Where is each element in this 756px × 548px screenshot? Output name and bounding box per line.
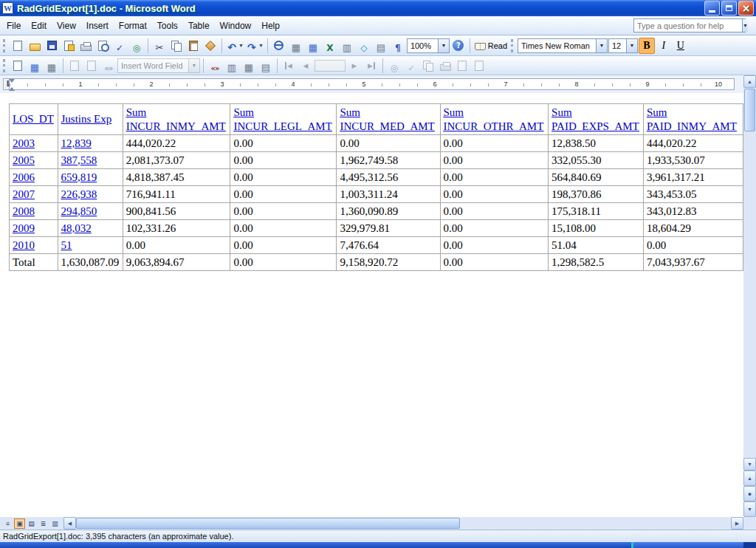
horizontal-scroll-track[interactable] <box>460 517 731 530</box>
menu-table[interactable]: Table <box>183 17 215 35</box>
undo-button[interactable]: ▼ <box>225 38 244 54</box>
merge-to-new-document-button[interactable] <box>420 58 436 74</box>
menu-window[interactable]: Window <box>215 17 257 35</box>
help-button[interactable]: ? <box>450 38 467 54</box>
exp-link[interactable]: 226,938 <box>61 188 97 200</box>
insert-hyperlink-button[interactable] <box>271 38 287 54</box>
columns-button[interactable] <box>339 38 355 54</box>
save-button[interactable] <box>44 38 60 54</box>
insert-merge-fields-button[interactable] <box>100 58 117 74</box>
new-document-button[interactable] <box>10 38 26 54</box>
show-hide-button[interactable] <box>390 38 406 54</box>
exp-link[interactable]: 12,839 <box>61 137 92 149</box>
menu-help[interactable]: Help <box>256 17 285 35</box>
open-button[interactable] <box>27 38 43 54</box>
insert-address-block-button[interactable] <box>66 58 83 74</box>
year-link[interactable]: 2008 <box>13 205 35 217</box>
exp-link[interactable]: 48,032 <box>61 222 92 234</box>
zoom-combo[interactable]: 100% ▼ <box>407 38 450 53</box>
year-link[interactable]: 2006 <box>13 171 35 183</box>
header-link-sum[interactable]: SumPAID_INMY_AMT <box>647 106 740 134</box>
close-button[interactable]: × <box>738 1 754 16</box>
find-entry-button[interactable] <box>386 58 402 74</box>
redo-button[interactable]: ▼ <box>245 38 264 54</box>
header-link-sum[interactable]: SumINCUR_INMY_AMT <box>126 106 227 134</box>
taskbar[interactable] <box>0 542 756 548</box>
taskbar-tray-segment[interactable] <box>631 542 743 548</box>
horizontal-ruler[interactable]: 1 2 3 4 5 6 7 8 9 10 <box>9 78 735 90</box>
header-link-sum[interactable]: SumPAID_EXPS_AMT <box>551 106 640 134</box>
menu-view[interactable]: View <box>52 17 81 35</box>
year-link[interactable]: 2009 <box>13 222 35 234</box>
highlight-merge-fields-button[interactable] <box>224 58 240 74</box>
reading-layout-button[interactable]: ▥ <box>49 518 61 529</box>
scroll-left-button[interactable]: ◀ <box>63 517 76 530</box>
menu-edit[interactable]: Edit <box>26 17 52 35</box>
underline-button[interactable]: U <box>673 38 689 54</box>
year-link[interactable]: 2007 <box>13 188 35 200</box>
copy-button[interactable] <box>168 38 185 54</box>
normal-view-button[interactable]: ≡ <box>2 518 13 529</box>
match-fields-button[interactable] <box>241 58 257 74</box>
insert-table-button[interactable] <box>305 38 321 54</box>
exp-link[interactable]: 51 <box>61 239 72 251</box>
exp-link[interactable]: 294,850 <box>61 205 97 217</box>
year-link[interactable]: 2003 <box>13 137 35 149</box>
font-size-combo[interactable]: 12 ▼ <box>608 38 638 53</box>
propagate-labels-button[interactable] <box>258 58 274 74</box>
insert-word-field-dropdown[interactable]: Insert Word Field ▼ <box>117 58 200 73</box>
bold-button[interactable]: B <box>639 38 655 54</box>
chevron-down-icon[interactable]: ▼ <box>626 39 637 52</box>
vertical-scrollbar[interactable]: ▲ ▼ ▲ ● ▼ <box>743 75 756 517</box>
first-record-button[interactable]: ◀ <box>281 58 297 74</box>
research-button[interactable] <box>128 38 145 54</box>
header-link-los-dt[interactable]: LOS_DT <box>13 113 54 125</box>
document-area[interactable]: LOS_DT Justins Exp SumINCUR_INMY_AMT Sum… <box>0 93 743 517</box>
header-link-sum[interactable]: SumINCUR_MED_AMT <box>340 106 436 134</box>
chevron-down-icon[interactable]: ▼ <box>742 19 748 32</box>
print-layout-view-button[interactable]: ▤ <box>26 518 37 529</box>
menu-tools[interactable]: Tools <box>152 17 183 35</box>
vertical-scroll-thumb[interactable] <box>744 89 755 131</box>
paste-button[interactable] <box>185 38 202 54</box>
font-name-combo[interactable]: Times New Roman ▼ <box>518 38 608 53</box>
merge-to-printer-button[interactable] <box>437 58 453 74</box>
scroll-right-button[interactable]: ▶ <box>731 517 743 530</box>
format-painter-button[interactable] <box>202 38 219 54</box>
menu-insert[interactable]: Insert <box>81 17 114 35</box>
mail-merge-recipients-button[interactable] <box>44 58 60 74</box>
menu-format[interactable]: Format <box>114 17 152 35</box>
drawing-button[interactable] <box>356 38 372 54</box>
chevron-down-icon[interactable]: ▼ <box>596 39 607 52</box>
toolbar-grip[interactable] <box>3 59 6 72</box>
read-button[interactable]: Read <box>473 38 509 54</box>
outline-view-button[interactable]: ≣ <box>38 518 49 529</box>
exp-link[interactable]: 659,819 <box>61 171 97 183</box>
main-document-setup-button[interactable] <box>10 58 26 74</box>
last-record-button[interactable]: ▶ <box>363 58 379 74</box>
check-errors-button[interactable] <box>403 58 419 74</box>
next-record-button[interactable]: ▶ <box>346 58 362 74</box>
vertical-scroll-track[interactable] <box>743 131 756 458</box>
toolbar-grip[interactable] <box>511 39 514 52</box>
cut-button[interactable] <box>151 38 168 54</box>
horizontal-scrollbar[interactable]: ≡ ▣ ▤ ≣ ▥ ◀ ▶ <box>0 517 743 530</box>
tables-and-borders-button[interactable] <box>288 38 304 54</box>
merge-to-email-button[interactable] <box>454 58 470 74</box>
chevron-down-icon[interactable]: ▼ <box>438 39 449 52</box>
insert-excel-button[interactable] <box>322 38 338 54</box>
year-link[interactable]: 2005 <box>13 154 35 166</box>
exp-link[interactable]: 387,558 <box>61 154 97 166</box>
next-object-button[interactable]: ▼ <box>743 501 756 517</box>
header-link-justins-exp[interactable]: Justins Exp <box>61 113 112 125</box>
merge-to-fax-button[interactable] <box>471 58 487 74</box>
header-link-sum[interactable]: SumINCUR_OTHR_AMT <box>444 106 546 134</box>
open-data-source-button[interactable] <box>27 58 43 74</box>
header-link-sum[interactable]: SumINCUR_LEGL_AMT <box>233 106 333 134</box>
insert-greeting-line-button[interactable] <box>83 58 100 74</box>
previous-record-button[interactable]: ◀ <box>298 58 314 74</box>
view-merged-data-button[interactable] <box>207 58 223 74</box>
permission-button[interactable] <box>61 38 77 54</box>
record-number-field[interactable] <box>315 60 346 72</box>
chevron-down-icon[interactable]: ▼ <box>258 43 264 48</box>
